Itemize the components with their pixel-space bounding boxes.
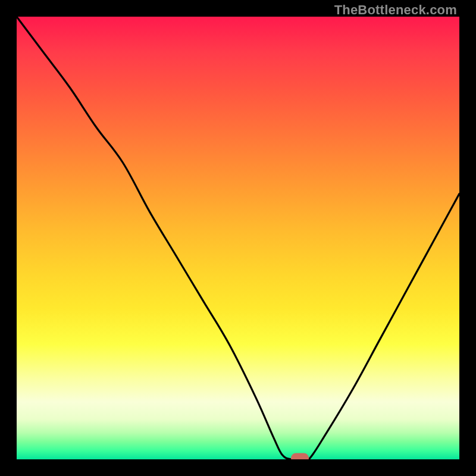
watermark-text: TheBottleneck.com <box>334 2 457 18</box>
curve-svg <box>17 17 459 459</box>
chart-frame: TheBottleneck.com <box>0 0 476 476</box>
bottleneck-curve <box>17 17 459 459</box>
plot-area <box>17 17 459 459</box>
optimum-marker <box>291 453 309 460</box>
